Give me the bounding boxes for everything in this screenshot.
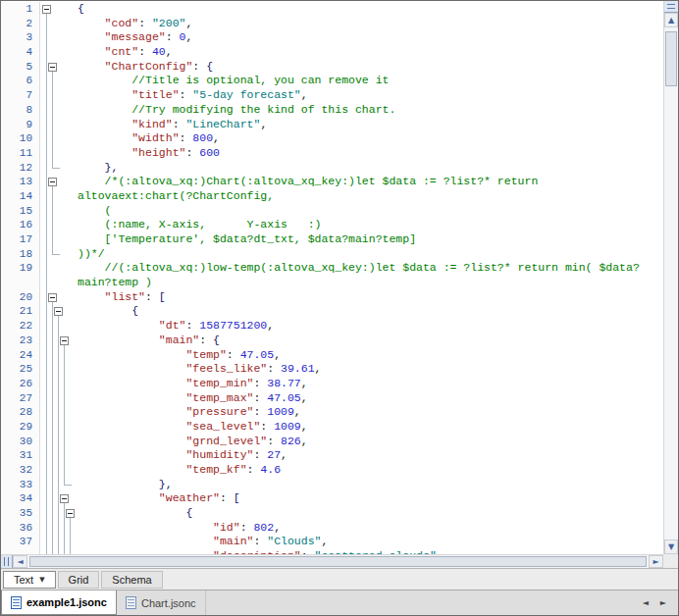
scroll-up-button[interactable]: ▲: [664, 13, 678, 27]
code-text[interactable]: altovaext:chart(?ChartConfig,: [76, 189, 663, 204]
code-token: "height": [131, 146, 185, 159]
fold-toggle-icon[interactable]: [60, 336, 69, 345]
code-text[interactable]: },: [76, 478, 663, 492]
code-text[interactable]: "temp": 47.05,: [76, 348, 663, 363]
fold-scope-line: [58, 435, 59, 449]
code-text[interactable]: //Title is optional, you can remove it: [76, 74, 663, 88]
code-token: (: [105, 204, 112, 217]
code-text[interactable]: ['Temperature', $data?dt_txt, $data?main…: [76, 232, 663, 247]
horizontal-scrollbar[interactable]: ◄ ►: [1, 554, 663, 568]
file-tab-example1[interactable]: example1.jsonc: [1, 590, 117, 615]
code-text[interactable]: "message": 0,: [76, 30, 663, 45]
fold-margin: [40, 391, 76, 406]
fold-margin: [40, 204, 76, 219]
code-text[interactable]: "dt": 1587751200,: [76, 319, 663, 334]
scroll-right-button[interactable]: ►: [649, 555, 663, 568]
vertical-scrollbar[interactable]: ▲ ▼: [663, 1, 678, 554]
fold-margin: [40, 45, 76, 60]
fold-toggle-icon[interactable]: [66, 509, 75, 518]
file-tab-chart[interactable]: Chart.jsonc: [117, 590, 206, 615]
fold-margin: [40, 2, 76, 17]
line-number: 17: [1, 232, 40, 247]
vertical-scroll-track[interactable]: [664, 27, 678, 539]
code-text[interactable]: "ChartConfig": {: [76, 60, 663, 75]
code-token: //Title is optional, you can remove it: [131, 74, 389, 86]
code-text[interactable]: "id": 802,: [76, 521, 663, 536]
code-text[interactable]: {: [76, 304, 663, 319]
code-token: [78, 304, 131, 317]
horizontal-scroll-track[interactable]: [27, 555, 649, 568]
scroll-left-button[interactable]: ◄: [13, 555, 27, 568]
text-editor[interactable]: 1{2 "cod": "200",3 "message": 0,4 "cnt":…: [1, 1, 663, 554]
fold-toggle-icon[interactable]: [48, 178, 57, 186]
fold-scope-line: [64, 348, 65, 363]
code-token: [78, 74, 131, 86]
fold-toggle-icon[interactable]: [42, 5, 51, 14]
code-token: :: [138, 17, 152, 29]
tab-scroll-right-button[interactable]: ►: [656, 595, 670, 610]
code-text[interactable]: {: [76, 2, 663, 17]
scroll-down-button[interactable]: ▼: [664, 539, 678, 554]
code-text[interactable]: "height": 600: [76, 146, 663, 161]
chevron-down-icon[interactable]: ▼: [39, 576, 44, 584]
horizontal-scroll-thumb[interactable]: [29, 556, 647, 567]
code-token: [78, 146, 131, 159]
code-text[interactable]: "main": "Clouds",: [76, 535, 663, 549]
fold-toggle-icon[interactable]: [54, 307, 63, 316]
line-number: 25: [1, 362, 40, 377]
fold-scope-line: [58, 334, 59, 348]
code-line: 34 "weather": [: [1, 491, 663, 506]
code-token: [78, 232, 105, 245]
code-text[interactable]: "cod": "200",: [76, 17, 663, 31]
code-text[interactable]: "humidity": 27,: [76, 448, 663, 463]
code-text[interactable]: "temp_max": 47.05,: [76, 391, 663, 406]
code-text[interactable]: "main": {: [76, 334, 663, 348]
fold-scope-line: [46, 535, 47, 549]
code-text[interactable]: "list": [: [76, 290, 663, 305]
split-handle-horizontal-icon[interactable]: [1, 555, 13, 568]
code-text[interactable]: "width": 800,: [76, 131, 663, 146]
code-line: 17 ['Temperature', $data?dt_txt, $data?m…: [1, 232, 663, 247]
code-text[interactable]: "cnt": 40,: [76, 45, 663, 60]
code-text[interactable]: "temp_kf": 4.6: [76, 463, 663, 478]
fold-toggle-icon[interactable]: [60, 494, 69, 503]
fold-toggle-icon[interactable]: [48, 293, 57, 302]
code-token: :: [185, 146, 199, 159]
tab-text-view[interactable]: Text ▼: [3, 571, 56, 589]
code-text[interactable]: "kind": "LineChart",: [76, 118, 663, 132]
fold-scope-line: [52, 348, 53, 363]
code-text[interactable]: main?temp ): [76, 276, 663, 290]
split-handle-vertical-icon[interactable]: [664, 1, 678, 13]
code-text[interactable]: {: [76, 506, 663, 521]
code-token: [78, 463, 185, 476]
code-token: :: [227, 348, 240, 361]
code-text[interactable]: },: [76, 161, 663, 176]
code-text[interactable]: "grnd_level": 826,: [76, 435, 663, 449]
code-token: :: [253, 535, 267, 547]
scroll-up-icon: ▲: [668, 17, 674, 25]
code-token: :: [267, 362, 281, 375]
tab-scroll-left-button[interactable]: ◄: [639, 595, 653, 610]
code-text[interactable]: "feels_like": 39.61,: [76, 362, 663, 377]
fold-toggle-icon[interactable]: [48, 63, 57, 72]
code-text[interactable]: //Try modifying the kind of this chart.: [76, 103, 663, 118]
code-text[interactable]: //(:altova_xq:)low-temp(:altova_xq_key:)…: [76, 261, 663, 276]
code-text[interactable]: /*(:altova_xq:)Chart(:altova_xq_key:)let…: [76, 175, 663, 189]
code-token: ,: [315, 362, 322, 375]
code-text[interactable]: "temp_min": 38.77,: [76, 377, 663, 391]
code-text[interactable]: "sea_level": 1009,: [76, 420, 663, 435]
tab-schema-view[interactable]: Schema: [101, 571, 162, 589]
code-text[interactable]: (:name, X-axis, Y-axis :): [76, 218, 663, 232]
code-line: 13 /*(:altova_xq:)Chart(:altova_xq_key:)…: [1, 175, 663, 189]
fold-margin: [40, 60, 76, 75]
code-text[interactable]: (: [76, 204, 663, 219]
code-text[interactable]: "pressure": 1009,: [76, 405, 663, 420]
code-text[interactable]: "title": "5-day forecast",: [76, 88, 663, 103]
code-text[interactable]: "weather": [: [76, 491, 663, 506]
fold-scope-line: [70, 535, 71, 549]
tab-grid-view[interactable]: Grid: [58, 571, 100, 589]
code-text[interactable]: ))*/: [76, 247, 663, 262]
vertical-scroll-thumb[interactable]: [665, 31, 677, 86]
code-token: [78, 261, 105, 274]
fold-scope-line: [46, 334, 47, 348]
